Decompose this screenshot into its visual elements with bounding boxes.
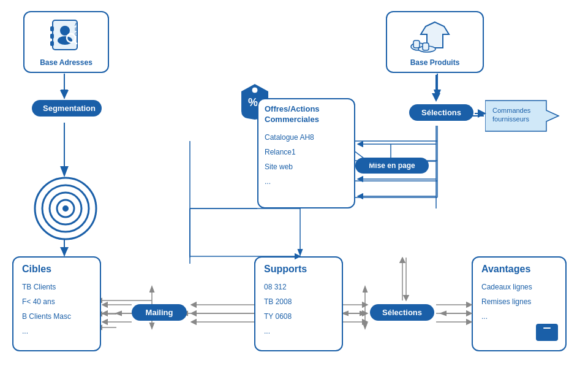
base-adresses-icon: A B C (29, 17, 103, 56)
svg-rect-60 (536, 324, 558, 341)
selections-bottom-btn[interactable]: Sélections (370, 304, 434, 321)
svg-text:%: % (248, 96, 258, 109)
svg-point-54 (62, 205, 69, 212)
offres-box: Offres/Actions Commerciales Catalogue AH… (257, 98, 355, 208)
cibles-title: Cibles (22, 264, 91, 275)
base-produits-icon (392, 17, 478, 56)
base-adresses-card: A B C Base Adresses (23, 11, 109, 73)
bag-svg (533, 314, 560, 343)
svg-point-40 (58, 36, 72, 45)
svg-rect-38 (50, 41, 54, 46)
svg-text:fournisseurs: fournisseurs (492, 115, 529, 123)
address-book-svg: A B C (48, 17, 85, 54)
mise-en-page-label: Mise en page (369, 161, 415, 170)
svg-text:Commandes: Commandes (492, 107, 531, 114)
svg-rect-37 (50, 34, 54, 39)
offres-item-2: Relance1 (265, 145, 348, 159)
diagram: A B C Base Adresses Base Produits Segmen… (0, 0, 588, 371)
svg-rect-36 (50, 26, 54, 31)
avantages-item-1: Cadeaux lignes (481, 280, 557, 294)
base-produits-card: Base Produits (386, 11, 484, 73)
segmentation-label: Segmentation (43, 104, 96, 113)
offres-item-1: Catalogue AH8 (265, 130, 348, 145)
cibles-item-4: ... (22, 324, 91, 338)
base-produits-label: Base Produits (392, 58, 478, 67)
svg-point-55 (252, 87, 258, 93)
svg-rect-61 (543, 327, 551, 329)
mise-en-page-btn[interactable]: Mise en page (355, 158, 429, 174)
bullseye-svg (29, 175, 102, 242)
selections-top-btn[interactable]: Sélections (409, 104, 473, 121)
supports-item-1: 08 312 (264, 280, 333, 294)
svg-text:A: A (75, 22, 78, 26)
svg-rect-49 (423, 43, 429, 50)
shopping-bag-icon (533, 314, 560, 345)
svg-rect-47 (413, 40, 420, 48)
cibles-item-3: B Clients Masc (22, 309, 91, 324)
avantages-title: Avantages (481, 264, 557, 275)
supports-box: Supports 08 312 TB 2008 TY 0608 ... (254, 256, 343, 351)
commandes-arrow: Commandes fournisseurs (485, 98, 565, 136)
selections-top-label: Sélections (421, 108, 461, 117)
mailing-btn[interactable]: Mailing (132, 304, 187, 321)
svg-text:C: C (75, 32, 78, 36)
base-adresses-label: Base Adresses (29, 58, 103, 67)
products-svg (407, 17, 462, 54)
cibles-item-1: TB Clients (22, 280, 91, 294)
offres-title: Offres/Actions Commerciales (265, 104, 348, 125)
selections-bottom-label: Sélections (382, 308, 422, 317)
supports-item-4: ... (264, 324, 333, 338)
segmentation-btn[interactable]: Segmentation (32, 100, 102, 117)
cibles-box: Cibles TB Clients F< 40 ans B Clients Ma… (12, 256, 101, 351)
supports-item-3: TY 0608 (264, 309, 333, 324)
offres-item-3: Site web (265, 159, 348, 174)
avantages-item-2: Remises lignes (481, 294, 557, 309)
target-icon (29, 175, 102, 242)
offres-item-4: ... (265, 174, 348, 189)
cibles-item-2: F< 40 ans (22, 294, 91, 309)
supports-title: Supports (264, 264, 333, 275)
mailing-label: Mailing (146, 308, 173, 317)
supports-item-2: TB 2008 (264, 294, 333, 309)
avantages-box: Avantages Cadeaux lignes Remises lignes … (472, 256, 567, 351)
commandes-arrow-svg: Commandes fournisseurs (485, 98, 565, 134)
svg-text:B: B (75, 27, 78, 31)
